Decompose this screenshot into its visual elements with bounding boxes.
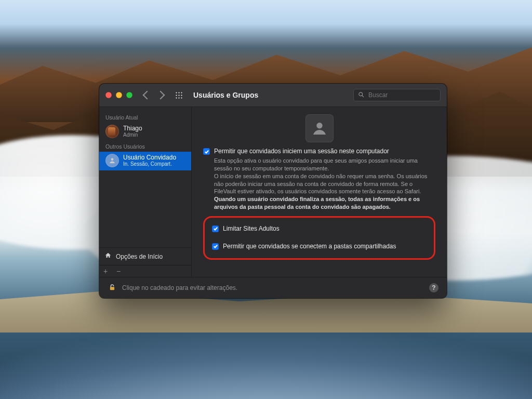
allow-shared-folders-label: Permitir que convidados se conectem a pa… <box>223 243 396 250</box>
titlebar: Usuários e Grupos <box>99 84 447 107</box>
description-text-bold: Quando um usuário convidado finaliza a s… <box>203 195 435 211</box>
allow-guest-login-checkbox[interactable] <box>203 148 210 155</box>
user-role: In. Sessão, Compart. <box>123 161 176 167</box>
search-input[interactable] <box>367 91 436 99</box>
allow-shared-folders-row: Permitir que convidados se conectem a pa… <box>212 243 427 250</box>
allow-guest-login-label: Permitir que convidados iniciem uma sess… <box>214 148 389 155</box>
allow-guest-login-row: Permitir que convidados iniciem uma sess… <box>203 148 435 155</box>
guest-large-avatar[interactable] <box>305 114 334 142</box>
description-text-1: Esta opção ativa o usuário convidado par… <box>203 157 435 172</box>
users-sidebar: Usuário Atual Thiago Admin Outros Usuári… <box>99 107 192 277</box>
forward-button[interactable] <box>156 91 165 100</box>
login-options-label: Opções de Início <box>116 253 163 260</box>
limit-adult-sites-row: Limitar Sites Adultos <box>212 225 427 232</box>
svg-point-3 <box>316 123 322 128</box>
nav-buttons <box>144 92 164 98</box>
window-body: Usuário Atual Thiago Admin Outros Usuári… <box>99 107 447 277</box>
sidebar-section-others: Outros Usuários <box>99 141 191 152</box>
remove-user-button[interactable]: − <box>112 265 125 277</box>
guest-avatar-icon <box>105 154 119 167</box>
sidebar-section-current: Usuário Atual <box>99 112 191 123</box>
help-button[interactable]: ? <box>429 283 438 292</box>
sidebar-item-current-user[interactable]: Thiago Admin <box>99 123 191 141</box>
limit-adult-sites-checkbox[interactable] <box>212 225 219 232</box>
user-name: Usuário Convidado <box>123 154 176 161</box>
svg-line-1 <box>362 95 364 97</box>
show-all-icon[interactable] <box>175 91 183 99</box>
svg-point-2 <box>111 158 114 161</box>
person-icon <box>310 119 329 138</box>
back-button[interactable] <box>143 91 152 100</box>
allow-shared-folders-checkbox[interactable] <box>212 243 219 250</box>
user-avatar-icon <box>105 125 119 138</box>
svg-rect-4 <box>110 287 114 290</box>
home-icon <box>104 252 112 261</box>
search-icon <box>358 91 364 99</box>
add-remove-bar: + − <box>99 265 191 277</box>
zoom-button[interactable] <box>126 92 132 98</box>
lock-icon[interactable] <box>108 283 117 294</box>
lock-text: Clique no cadeado para evitar alterações… <box>122 284 237 291</box>
user-role: Admin <box>123 132 142 138</box>
user-name: Thiago <box>123 125 142 132</box>
sidebar-item-guest-user[interactable]: Usuário Convidado In. Sessão, Compart. <box>99 152 191 170</box>
main-pane: Permitir que convidados iniciem uma sess… <box>192 107 447 277</box>
login-options-button[interactable]: Opções de Início <box>99 247 191 265</box>
search-field[interactable] <box>353 89 441 101</box>
annotation-highlight: Limitar Sites Adultos Permitir que convi… <box>203 216 435 260</box>
description-text-2: O início de sessão em uma conta de convi… <box>203 172 435 196</box>
window-footer: Clique no cadeado para evitar alterações… <box>99 277 447 298</box>
minimize-button[interactable] <box>116 92 122 98</box>
window-title: Usuários e Grupos <box>193 91 258 99</box>
limit-adult-sites-label: Limitar Sites Adultos <box>223 225 280 232</box>
system-preferences-window: Usuários e Grupos Usuário Atual Thiago A… <box>99 84 447 298</box>
add-user-button[interactable]: + <box>99 265 112 277</box>
close-button[interactable] <box>105 92 112 98</box>
window-controls <box>105 92 132 98</box>
